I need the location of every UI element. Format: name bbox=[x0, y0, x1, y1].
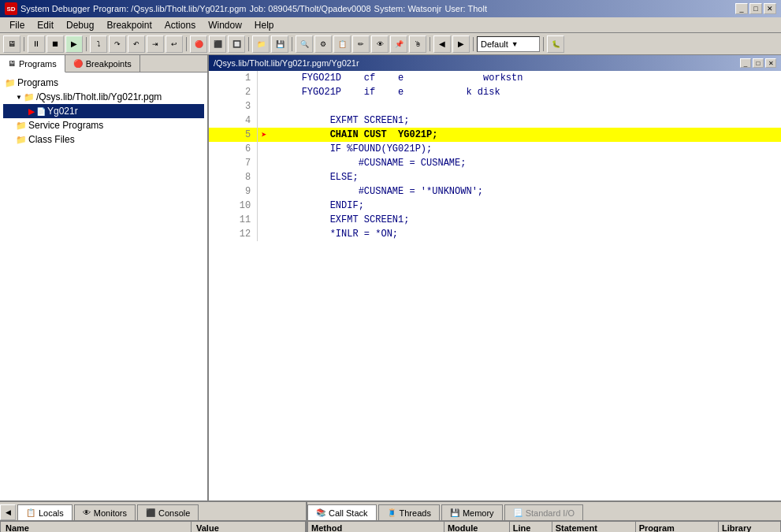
tb-next-btn[interactable]: ▶ bbox=[452, 35, 470, 53]
menu-edit[interactable]: Edit bbox=[31, 18, 60, 32]
maximize-button[interactable]: □ bbox=[749, 3, 762, 14]
tb-step-into-btn[interactable]: ↷ bbox=[109, 35, 126, 53]
line-number: 10 bbox=[209, 199, 258, 213]
menu-window[interactable]: Window bbox=[202, 18, 248, 32]
tree-item-yg021r[interactable]: ▶ 📄 Yg021r bbox=[3, 104, 204, 118]
tb-sep-2 bbox=[86, 37, 87, 51]
toolbar: 🖥 ⏸ ⏹ ▶ ⤵ ↷ ↶ ⇥ ↩ 🔴 ⬛ 🔲 📁 💾 🔍 ⚙ 📋 ✏ 👁 📌 … bbox=[0, 33, 781, 55]
code-row-12[interactable]: 12 *INLR = *ON; bbox=[209, 227, 781, 241]
code-row-7[interactable]: 7 #CUSNAME = CUSNAME; bbox=[209, 156, 781, 170]
tb-misc7[interactable]: 🖱 bbox=[409, 35, 426, 53]
col-value-header: Value bbox=[192, 522, 306, 533]
tb-step-btn2[interactable]: ⇥ bbox=[147, 35, 164, 53]
programs-icon: 🖥 bbox=[8, 59, 16, 68]
line-code: ENDIF; bbox=[270, 199, 781, 213]
code-close-btn[interactable]: ✕ bbox=[765, 58, 776, 68]
tb-dropdown[interactable]: Default ▼ bbox=[477, 36, 540, 52]
tree-label-yg021r: Yg021r bbox=[47, 106, 78, 117]
tab-call-stack-label: Call Stack bbox=[329, 508, 368, 518]
left-panel-tabs: 🖥 Programs 🔴 Breakpoints bbox=[0, 55, 207, 73]
tb-save-btn[interactable]: 💾 bbox=[271, 35, 288, 53]
code-editor[interactable]: 1 FYGO21D cf e workstn2 FYGO21P if e k d… bbox=[209, 71, 781, 500]
code-row-5[interactable]: 5➤ CHAIN CUST YG021P; bbox=[209, 128, 781, 142]
col-program-header: Program bbox=[635, 522, 718, 533]
tb-bp-btn[interactable]: 🔴 bbox=[190, 35, 207, 53]
main-content: 🖥 Programs 🔴 Breakpoints 📁 Programs ▼ 📁 … bbox=[0, 55, 781, 500]
folder-icon-pgm: 📁 bbox=[24, 92, 35, 102]
tb-step-btn3[interactable]: ↩ bbox=[165, 35, 183, 53]
code-row-8[interactable]: 8 ELSE; bbox=[209, 170, 781, 184]
tb-bp2-btn[interactable]: ⬛ bbox=[209, 35, 226, 53]
tab-locals[interactable]: 📋 Locals bbox=[17, 504, 73, 520]
tb-bp3-btn[interactable]: 🔲 bbox=[228, 35, 245, 53]
menu-debug[interactable]: Debug bbox=[60, 18, 100, 32]
tb-prev-btn[interactable]: ◀ bbox=[433, 35, 451, 53]
title-bar-left: SD System Debugger Program: /Qsys.lib/Th… bbox=[5, 2, 487, 15]
tb-misc3[interactable]: 📋 bbox=[333, 35, 351, 53]
menu-actions[interactable]: Actions bbox=[158, 18, 202, 32]
tb-misc6[interactable]: 📌 bbox=[390, 35, 407, 53]
code-row-1[interactable]: 1 FYGO21D cf e workstn bbox=[209, 71, 781, 85]
tab-standard-io-label: Standard I/O bbox=[526, 508, 575, 518]
tree-item-class-files[interactable]: 📁 Class Files bbox=[3, 132, 204, 147]
tb-misc4[interactable]: ✏ bbox=[352, 35, 370, 53]
line-code: ELSE; bbox=[270, 170, 781, 184]
callstack-content: Method Module Line Statement Program Lib… bbox=[307, 521, 781, 532]
tb-stop-btn[interactable]: ⏹ bbox=[46, 35, 64, 53]
line-arrow bbox=[258, 227, 270, 241]
code-row-2[interactable]: 2 FYGO21P if e k disk bbox=[209, 85, 781, 99]
col-method-header: Method bbox=[308, 522, 444, 533]
line-code: EXFMT SCREEN1; bbox=[270, 113, 781, 128]
tb-run-btn[interactable]: ▶ bbox=[65, 35, 83, 53]
code-window-title: /Qsys.lib/Tholt.lib/Yg021r.pgm/Yg021r bbox=[214, 58, 359, 68]
tab-programs[interactable]: 🖥 Programs bbox=[0, 55, 65, 73]
tab-monitors[interactable]: 👁 Monitors bbox=[74, 504, 136, 520]
close-button[interactable]: ✕ bbox=[764, 3, 776, 14]
tb-misc1[interactable]: 🔍 bbox=[296, 35, 313, 53]
bottom-panel: ◀ 📋 Locals 👁 Monitors ⬛ Console Name Val… bbox=[0, 500, 781, 532]
code-row-10[interactable]: 10 ENDIF; bbox=[209, 199, 781, 213]
tree-item-service-programs[interactable]: 📁 Service Programs bbox=[3, 118, 204, 132]
tb-step-over-btn[interactable]: ⤵ bbox=[90, 35, 107, 53]
collapse-left-btn[interactable]: ◀ bbox=[0, 504, 16, 520]
line-arrow bbox=[258, 85, 270, 99]
folder-icon-class: 📁 bbox=[16, 135, 27, 145]
code-title-bar: /Qsys.lib/Tholt.lib/Yg021r.pgm/Yg021r _ … bbox=[209, 55, 781, 71]
tb-open-btn[interactable]: 📁 bbox=[252, 35, 270, 53]
threads-icon: 🧵 bbox=[387, 508, 396, 517]
tab-standard-io[interactable]: 📃 Standard I/O bbox=[504, 504, 583, 520]
tree-item-programs-root[interactable]: 📁 Programs bbox=[3, 76, 204, 90]
code-minimize-btn[interactable]: _ bbox=[740, 58, 751, 68]
code-row-4[interactable]: 4 EXFMT SCREEN1; bbox=[209, 113, 781, 128]
tab-threads[interactable]: 🧵 Threads bbox=[378, 504, 440, 520]
code-row-9[interactable]: 9 #CUSNAME = '*UNKNOWN'; bbox=[209, 184, 781, 199]
console-icon: ⬛ bbox=[146, 508, 155, 517]
bottom-right-tabs: 📚 Call Stack 🧵 Threads 💾 Memory 📃 Standa… bbox=[307, 502, 781, 521]
tb-new-btn[interactable]: 🖥 bbox=[3, 35, 20, 53]
tab-call-stack[interactable]: 📚 Call Stack bbox=[307, 504, 377, 520]
tb-pause-btn[interactable]: ⏸ bbox=[28, 35, 45, 53]
code-maximize-btn[interactable]: □ bbox=[753, 58, 764, 68]
minimize-button[interactable]: _ bbox=[735, 3, 748, 14]
tab-memory-label: Memory bbox=[463, 508, 494, 518]
line-number: 2 bbox=[209, 85, 258, 99]
tab-memory[interactable]: 💾 Memory bbox=[441, 504, 503, 520]
tab-console[interactable]: ⬛ Console bbox=[137, 504, 199, 520]
code-row-3[interactable]: 3 bbox=[209, 99, 781, 113]
tab-breakpoints[interactable]: 🔴 Breakpoints bbox=[65, 55, 140, 72]
col-library-header: Library bbox=[719, 522, 781, 533]
code-row-11[interactable]: 11 EXFMT SCREEN1; bbox=[209, 213, 781, 227]
col-module-header: Module bbox=[444, 522, 509, 533]
menu-breakpoint[interactable]: Breakpoint bbox=[100, 18, 158, 32]
menu-help[interactable]: Help bbox=[248, 18, 281, 32]
tb-step-out-btn[interactable]: ↶ bbox=[128, 35, 145, 53]
tree-item-pgm-folder[interactable]: ▼ 📁 /Qsys.lib/Tholt.lib/Yg021r.pgm bbox=[3, 90, 204, 104]
tab-monitors-label: Monitors bbox=[94, 508, 127, 518]
tab-programs-label: Programs bbox=[19, 59, 57, 69]
code-row-6[interactable]: 6 IF %FOUND(YG021P); bbox=[209, 142, 781, 156]
tb-misc5[interactable]: 👁 bbox=[371, 35, 389, 53]
tb-misc2[interactable]: ⚙ bbox=[314, 35, 332, 53]
menu-file[interactable]: File bbox=[3, 18, 31, 32]
col-line-header: Line bbox=[509, 522, 552, 533]
tb-bug-btn[interactable]: 🐛 bbox=[547, 35, 564, 53]
